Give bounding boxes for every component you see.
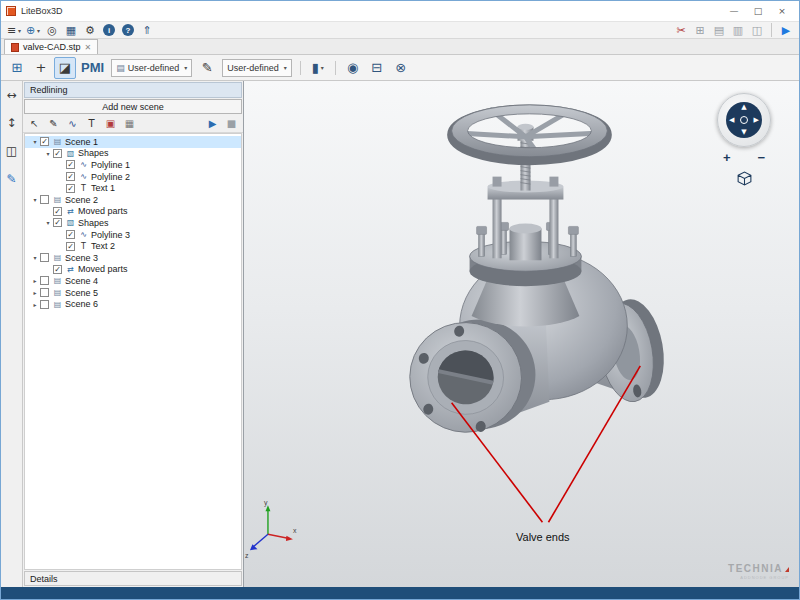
viewport-3d[interactable]: y x z Valve ends ▲ ▼ ◀ ▶ <box>244 81 799 587</box>
expander-icon[interactable]: ▸ <box>30 277 40 284</box>
details-button[interactable]: Details <box>24 571 242 586</box>
orbit-left-icon[interactable]: ◀ <box>729 117 734 124</box>
tab-valve-cad[interactable]: valve-CAD.stp ✕ <box>4 39 98 54</box>
pmi-edit-icon[interactable]: ✎ <box>196 57 218 79</box>
batch-icon[interactable]: ◫ <box>748 22 766 38</box>
tree-item-polyline-3[interactable]: ✓∿Polyline 3 <box>25 229 241 241</box>
minimize-button[interactable]: — <box>722 2 746 20</box>
redlining-mode-icon[interactable]: ✎ <box>3 171 21 187</box>
menu-icon[interactable]: ≡▾ <box>5 22 23 38</box>
view-orient-icon[interactable]: ◎ <box>43 22 61 38</box>
orbit-ring[interactable]: ▲ ▼ ◀ ▶ <box>717 93 771 147</box>
redlining-panel-header[interactable]: Redlining <box>24 82 242 98</box>
multiview-icon[interactable]: ⊞ <box>6 57 28 79</box>
tree-item-scene-4[interactable]: ▸▤Scene 4 <box>25 275 241 287</box>
axes-icon[interactable]: + <box>30 57 52 79</box>
settings-gear-icon[interactable]: ⚙ <box>81 22 99 38</box>
add-new-scene-button[interactable]: Add new scene <box>24 99 242 114</box>
orbit-up-icon[interactable]: ▲ <box>741 104 746 111</box>
play-scene-icon[interactable]: ▶ <box>204 116 221 131</box>
tree-item-moved-parts[interactable]: ✓⇄Moved parts <box>25 264 241 276</box>
tree-item-text-1[interactable]: ✓TText 1 <box>25 182 241 194</box>
checkbox[interactable]: ✓ <box>66 184 75 193</box>
checkbox[interactable]: ✓ <box>66 230 75 239</box>
tree-item-shapes[interactable]: ▾✓▧Shapes <box>25 217 241 229</box>
expander-icon[interactable]: ▾ <box>30 138 40 145</box>
view-cube-icon[interactable] <box>736 170 753 187</box>
camera-icon[interactable]: ◉ <box>342 57 364 79</box>
tree-item-label: Shapes <box>78 148 109 158</box>
model-structure-icon[interactable]: ◫ <box>3 143 21 159</box>
pan-icon[interactable]: ↕ <box>3 115 21 131</box>
view-select[interactable]: User-defined▾ <box>222 59 292 77</box>
valve-handwheel <box>452 105 608 161</box>
expander-icon[interactable]: ▾ <box>30 254 40 261</box>
zoom-out-button[interactable]: − <box>757 150 765 165</box>
expander-icon[interactable]: ▸ <box>30 289 40 296</box>
checkbox[interactable] <box>40 288 49 297</box>
tree-item-scene-2[interactable]: ▾▤Scene 2 <box>25 194 241 206</box>
redlining-panel: Redlining Add new scene ↖✎∿T▣▦▶■ ▾✓▤Scen… <box>23 81 244 587</box>
checkbox[interactable] <box>40 253 49 262</box>
dropdown-label: User-defined <box>227 63 279 73</box>
close-button[interactable]: × <box>770 2 794 20</box>
pmi-filter-select[interactable]: ▤User-defined▾ <box>111 59 192 77</box>
select-redline-icon[interactable]: ↖ <box>26 116 43 131</box>
tree-item-polyline-2[interactable]: ✓∿Polyline 2 <box>25 171 241 183</box>
pointer-mode-icon[interactable]: ▶ <box>777 22 795 38</box>
checkbox[interactable]: ✓ <box>53 207 62 216</box>
info-icon[interactable]: i <box>103 24 115 36</box>
checkbox[interactable]: ✓ <box>40 137 49 146</box>
technia-logo: TECHNIA ADDNODE GROUP <box>728 563 789 580</box>
orbit-right-icon[interactable]: ▶ <box>754 117 759 124</box>
print-icon[interactable]: ▤ <box>710 22 728 38</box>
checkbox[interactable] <box>40 276 49 285</box>
expander-icon[interactable]: ▸ <box>30 301 40 308</box>
tab-close-icon[interactable]: ✕ <box>85 43 92 52</box>
export-icon[interactable]: ⇑ <box>138 22 156 38</box>
export-pdf-icon[interactable]: ▥ <box>729 22 747 38</box>
draw-redline-icon[interactable]: ✎ <box>45 116 62 131</box>
globe-icon[interactable]: ⊕▾ <box>24 22 42 38</box>
checkbox[interactable]: ✓ <box>53 265 62 274</box>
checkbox[interactable]: ✓ <box>66 172 75 181</box>
tree-item-scene-1[interactable]: ▾✓▤Scene 1 <box>25 136 241 148</box>
tree-item-shapes[interactable]: ▾✓▧Shapes <box>25 148 241 160</box>
save-icon[interactable]: ▦ <box>62 22 80 38</box>
image-tool-icon[interactable]: ▣ <box>102 116 119 131</box>
screenshot-icon[interactable]: ⊞ <box>691 22 709 38</box>
pmi-icon[interactable]: PMI <box>78 57 107 79</box>
measure-icon[interactable]: ⊗ <box>390 57 412 79</box>
checkbox[interactable]: ✓ <box>53 218 62 227</box>
chevron-down-icon: ▾ <box>321 64 324 71</box>
zoom-in-button[interactable]: + <box>723 150 731 165</box>
stop-scene-icon[interactable]: ■ <box>223 116 240 131</box>
checkbox[interactable] <box>40 195 49 204</box>
checkbox[interactable]: ✓ <box>66 242 75 251</box>
tree-item-scene-3[interactable]: ▾▤Scene 3 <box>25 252 241 264</box>
tree-item-scene-6[interactable]: ▸▤Scene 6 <box>25 298 241 310</box>
checkbox[interactable] <box>40 300 49 309</box>
tree-item-text-2[interactable]: ✓TText 2 <box>25 240 241 252</box>
tree-item-moved-parts[interactable]: ✓⇄Moved parts <box>25 206 241 218</box>
text-tool-icon[interactable]: T <box>83 116 100 131</box>
expander-icon[interactable]: ▾ <box>30 196 40 203</box>
tree-item-label: Scene 2 <box>65 195 98 205</box>
section-plane-icon[interactable]: ◪ <box>54 57 76 79</box>
orbit-down-icon[interactable]: ▼ <box>741 129 746 136</box>
help-icon[interactable]: ? <box>122 24 134 36</box>
model-tools-icon[interactable]: ▮▾ <box>307 57 329 79</box>
orbit-center-icon[interactable] <box>740 116 748 124</box>
tree-item-scene-5[interactable]: ▸▤Scene 5 <box>25 287 241 299</box>
maximize-button[interactable]: □ <box>746 2 770 20</box>
expander-icon[interactable]: ▾ <box>43 150 53 157</box>
checkbox[interactable]: ✓ <box>66 160 75 169</box>
clip-plane-icon[interactable]: ✂ <box>672 22 690 38</box>
collapse-panel-icon[interactable]: ↔ <box>3 87 21 103</box>
tree-item-polyline-1[interactable]: ✓∿Polyline 1 <box>25 159 241 171</box>
polyline-tool-icon[interactable]: ∿ <box>64 116 81 131</box>
print-view-icon[interactable]: ⊟ <box>366 57 388 79</box>
checkbox[interactable]: ✓ <box>53 149 62 158</box>
expander-icon[interactable]: ▾ <box>43 219 53 226</box>
background-tool-icon[interactable]: ▦ <box>121 116 138 131</box>
